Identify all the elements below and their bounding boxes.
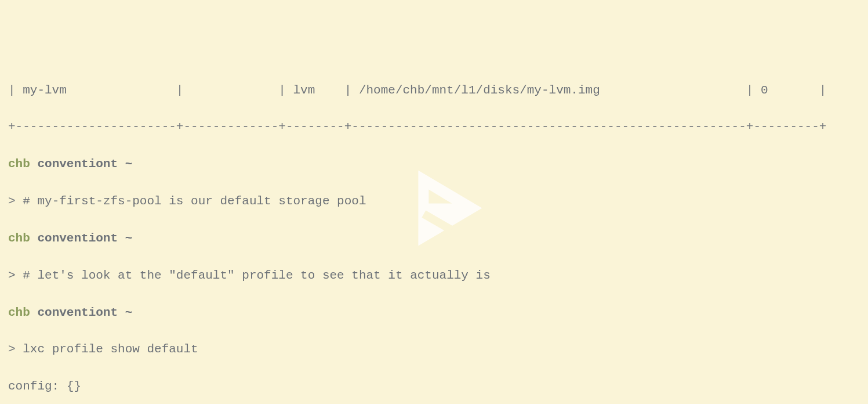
- prompt-host: conventiont: [37, 232, 118, 245]
- prompt-symbol: >: [8, 269, 16, 282]
- prompt-symbol: >: [8, 194, 16, 208]
- table-separator: +----------------------+-------------+--…: [8, 118, 860, 136]
- command-text: lxc profile show default: [23, 342, 198, 356]
- prompt-path: ~: [125, 306, 133, 319]
- prompt-line: chb conventiont ~: [8, 304, 860, 322]
- prompt-line: chb conventiont ~: [8, 229, 860, 248]
- prompt-symbol: >: [8, 342, 16, 356]
- prompt-user: chb: [8, 157, 30, 171]
- command-line: > # let's look at the "default" profile …: [8, 266, 860, 285]
- comment-text: # let's look at the "default" profile to…: [23, 269, 491, 282]
- prompt-path: ~: [125, 232, 133, 245]
- table-row: | my-lvm | | lvm | /home/chb/mnt/l1/disk…: [8, 81, 860, 100]
- comment-text: # my-first-zfs-pool is our default stora…: [23, 194, 366, 208]
- command-line: > lxc profile show default: [8, 340, 860, 359]
- prompt-path: ~: [125, 157, 133, 171]
- terminal-screen[interactable]: | my-lvm | | lvm | /home/chb/mnt/l1/disk…: [8, 81, 860, 404]
- prompt-user: chb: [8, 232, 30, 245]
- prompt-line: chb conventiont ~: [8, 155, 860, 174]
- command-line: > # my-first-zfs-pool is our default sto…: [8, 192, 860, 211]
- prompt-host: conventiont: [37, 306, 118, 319]
- prompt-user: chb: [8, 306, 30, 319]
- output-line: config: {}: [8, 377, 860, 396]
- prompt-host: conventiont: [37, 157, 118, 171]
